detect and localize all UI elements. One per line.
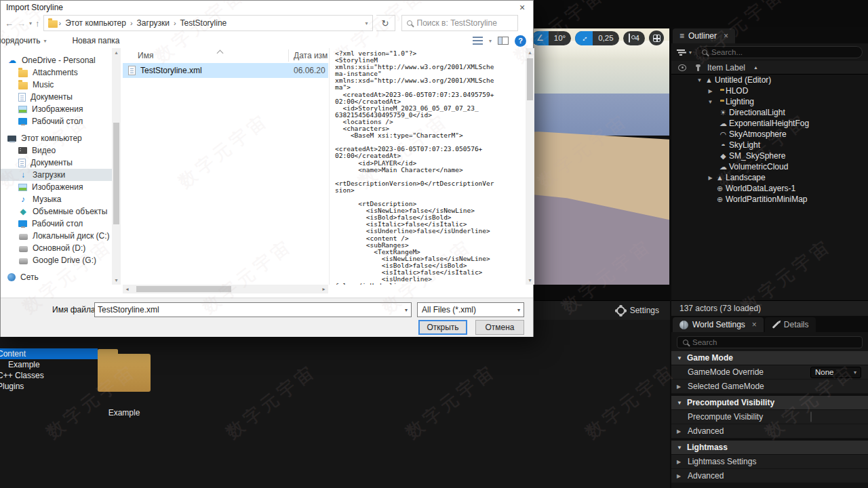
source-tree-item-plugins[interactable]: Plugins: [0, 381, 98, 392]
maximize-viewport-button[interactable]: [649, 30, 664, 45]
search-input[interactable]: [417, 18, 513, 28]
sidebar-item-desktop-2[interactable]: Рабочий стол: [1, 218, 112, 230]
chevron-down-icon[interactable]: ▾: [29, 20, 32, 26]
column-date[interactable]: Дата изм: [294, 51, 328, 60]
outliner-row-skysphere[interactable]: ◆SM_SkySphere: [671, 150, 868, 161]
sidebar-item-videos[interactable]: Видео: [1, 144, 112, 157]
eye-icon[interactable]: [678, 64, 686, 71]
scrollbar-thumb[interactable]: [113, 123, 119, 224]
outliner-row-landscape[interactable]: ▶▲Landscape: [671, 172, 868, 183]
scroll-up-icon[interactable]: ▴: [526, 48, 534, 57]
outliner-row-directionallight[interactable]: ☀DirectionalLight: [671, 107, 868, 118]
sidebar-item-downloads[interactable]: ↓Загрузки: [1, 169, 112, 181]
scroll-right-icon[interactable]: ▸: [319, 285, 328, 293]
sidebar-item-music-2[interactable]: ♪Музыка: [1, 193, 112, 205]
source-tree-item-content[interactable]: Content: [0, 348, 98, 359]
new-folder-button[interactable]: Новая папка: [72, 36, 119, 45]
outliner-row-heightfog[interactable]: ☁ExponentialHeightFog: [671, 118, 868, 129]
chevron-down-icon[interactable]: ▾: [401, 307, 411, 313]
scrollbar-thumb[interactable]: [136, 286, 231, 292]
expander-icon[interactable]: ▶: [677, 384, 681, 390]
sidebar-item-google-drive[interactable]: Google Drive (G:): [1, 254, 112, 266]
rotation-snap-button[interactable]: ∠ 10°: [532, 31, 571, 45]
row-advanced-1[interactable]: ▶Advanced: [671, 424, 868, 439]
preview-pane-icon[interactable]: [498, 37, 509, 45]
column-name[interactable]: Имя: [123, 51, 153, 60]
scroll-down-icon[interactable]: ▾: [112, 276, 121, 285]
expander-icon[interactable]: ▼: [707, 99, 714, 105]
dialog-titlebar[interactable]: Import Storyline: [1, 1, 533, 14]
sidebar-item-pictures-2[interactable]: Изображения: [1, 181, 112, 193]
gamemode-override-dropdown[interactable]: None▾: [810, 367, 861, 378]
filename-input[interactable]: [95, 305, 401, 314]
up-icon[interactable]: ↑: [35, 18, 40, 28]
source-tree-item-example[interactable]: Example: [0, 359, 98, 370]
tab-details[interactable]: Details: [765, 317, 816, 332]
file-list-hscrollbar[interactable]: ◂ ▸: [123, 285, 328, 293]
sidebar-item-disk-d[interactable]: Основной (D:): [1, 242, 112, 254]
breadcrumb-this-pc[interactable]: Этот компьютер: [62, 18, 129, 28]
expander-icon[interactable]: ▶: [677, 473, 681, 479]
preview-scrollbar[interactable]: ▴ ▾: [526, 48, 534, 285]
help-icon[interactable]: ?: [515, 35, 526, 47]
cancel-button[interactable]: Отмена: [475, 320, 524, 335]
outliner-row-volumetriccloud[interactable]: ☁VolumetricCloud: [671, 161, 868, 172]
outliner-search-input[interactable]: Search...: [696, 46, 863, 58]
expander-icon[interactable]: ▼: [696, 77, 703, 83]
filetype-combo[interactable]: All Files (*.xml) ▾: [417, 302, 524, 317]
outliner-row-hlod[interactable]: ▶HLOD: [671, 85, 868, 96]
sidebar-item-pictures[interactable]: Изображения: [1, 103, 112, 115]
list-view-icon[interactable]: [473, 37, 483, 45]
sidebar-item-desktop[interactable]: Рабочий стол: [1, 115, 112, 127]
sidebar-item-documents-2[interactable]: Документы: [1, 157, 112, 169]
section-lightmass[interactable]: ▼Lightmass: [671, 441, 868, 455]
chevron-down-icon[interactable]: ▾: [366, 20, 368, 26]
close-icon[interactable]: ×: [724, 31, 728, 41]
section-game-mode[interactable]: ▼Game Mode: [671, 351, 868, 365]
dialog-close-button[interactable]: ×: [511, 1, 533, 14]
sidebar-item-attachments[interactable]: Attachments: [1, 66, 112, 79]
outliner-row-skyatmosphere[interactable]: ◠SkyAtmosphere: [671, 129, 868, 140]
settings-button[interactable]: Settings: [630, 306, 659, 315]
expander-icon[interactable]: ▶: [677, 428, 681, 434]
section-precomputed-visibility[interactable]: ▼Precomputed Visibility: [671, 396, 868, 410]
scrollbar-thumb[interactable]: [527, 58, 533, 100]
organize-button[interactable]: Упорядочить ▾: [0, 36, 46, 45]
breadcrumb[interactable]: › Этот компьютер › Загрузки › TestStoryl…: [43, 15, 373, 31]
asset-tile-example[interactable]: Example: [95, 347, 153, 418]
sidebar-item-documents[interactable]: Документы: [1, 91, 112, 103]
outliner-row-level[interactable]: ▼▲Untitled (Editor): [671, 75, 868, 85]
file-row-teststoryline[interactable]: TestStoryline.xml 06.06.20: [123, 63, 328, 78]
sidebar-item-network[interactable]: Сеть: [1, 271, 112, 283]
camera-speed-button[interactable]: 4: [623, 31, 645, 45]
sidebar-scrollbar[interactable]: ▴ ▾: [112, 48, 121, 285]
filter-icon[interactable]: [677, 49, 685, 56]
scroll-left-icon[interactable]: ◂: [123, 285, 132, 293]
scale-snap-button[interactable]: ↔ 0,25: [575, 31, 618, 45]
outliner-row-lighting[interactable]: ▼Lighting: [671, 96, 868, 107]
close-icon[interactable]: ×: [752, 320, 757, 329]
outliner-row-worldpartitionminimap[interactable]: ⊕WorldPartitionMiniMap: [671, 194, 868, 205]
refresh-button[interactable]: ↻: [376, 15, 395, 31]
pin-icon[interactable]: [697, 64, 699, 71]
tab-outliner[interactable]: ≡ Outliner ×: [673, 28, 735, 43]
precompute-visibility-checkbox[interactable]: [810, 411, 812, 422]
open-button[interactable]: Открыть: [418, 320, 467, 335]
expander-icon[interactable]: ▶: [707, 88, 714, 94]
row-lightmass-settings[interactable]: ▶Lightmass Settings: [671, 455, 868, 469]
outliner-row-skylight[interactable]: ◓SkyLight: [671, 140, 868, 150]
sidebar-item-3d-objects[interactable]: ◆Объемные объекты: [1, 205, 112, 218]
sidebar-item-local-disk-c[interactable]: Локальный диск (C:): [1, 230, 112, 242]
filename-combo[interactable]: ▾: [94, 302, 412, 317]
breadcrumb-teststoryline[interactable]: TestStoryline: [178, 18, 230, 28]
scroll-up-icon[interactable]: ▴: [112, 48, 121, 57]
search-box[interactable]: [401, 15, 518, 31]
outliner-row-worlddatalayers[interactable]: ⊕WorldDataLayers-1: [671, 183, 868, 194]
back-icon[interactable]: ←: [5, 18, 14, 28]
sidebar-item-this-pc[interactable]: Этот компьютер: [1, 132, 112, 144]
sidebar-item-onedrive[interactable]: ☁OneDrive - Personal: [1, 54, 112, 66]
sidebar-item-music[interactable]: Music: [1, 79, 112, 91]
tab-world-settings[interactable]: World Settings ×: [673, 317, 764, 332]
item-label-header[interactable]: Item Label: [707, 63, 745, 73]
row-advanced-2[interactable]: ▶Advanced: [671, 469, 868, 483]
